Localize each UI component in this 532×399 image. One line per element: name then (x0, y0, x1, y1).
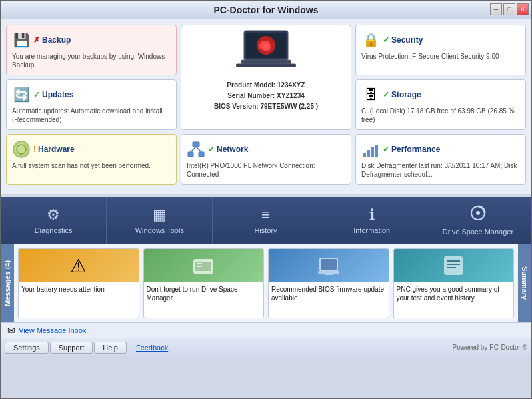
svg-rect-10 (199, 152, 204, 157)
updates-title: Updates (42, 90, 73, 99)
product-details: Product Model: 1234XYZ Serial Number: XY… (214, 80, 318, 112)
svg-rect-8 (193, 142, 199, 147)
updates-icon: 🔄 (12, 85, 31, 104)
windows-tools-icon: ▦ (153, 206, 167, 224)
battery-msg-image: ⚠ (19, 249, 139, 282)
tab-drive-space-label: Drive Space Manager (443, 228, 513, 236)
hardware-icon (12, 140, 31, 159)
network-title: Network (217, 145, 248, 154)
view-inbox-link[interactable]: View Message Inbox (19, 326, 86, 334)
storage-body: C: (Local Disk) 17.18 GB free of 63.98 G… (361, 107, 520, 124)
updates-card: 🔄 ✓ Updates Automatic updates: Automatic… (6, 79, 177, 130)
tab-history-label: History (254, 226, 277, 234)
battery-msg-text: Your battery needs attention (19, 282, 139, 296)
drive-space-msg-image (144, 249, 264, 282)
network-icon (187, 140, 205, 159)
bios-msg-text: Recommended BIOS firmware update availab… (269, 282, 389, 305)
tab-diagnostics[interactable]: ⚙ Diagnostics (1, 197, 107, 244)
svg-rect-9 (188, 152, 193, 157)
message-bios: Recommended BIOS firmware update availab… (268, 248, 389, 318)
product-info-card: Product Model: 1234XYZ Serial Number: XY… (181, 25, 351, 130)
security-status: ✓ (383, 35, 389, 45)
message-drive-space: Don't forget to run Drive Space Manager (143, 248, 265, 318)
inbox-area: ✉ View Message Inbox (1, 322, 531, 338)
svg-rect-4 (236, 64, 296, 67)
storage-title: Storage (391, 90, 421, 99)
title-bar: PC-Doctor for Windows ─ □ ✕ (1, 1, 531, 19)
app-title: PC-Doctor for Windows (214, 5, 319, 15)
performance-card: ✓ Performance Disk Defragmenter last run… (355, 134, 526, 185)
svg-rect-24 (321, 259, 337, 270)
svg-point-18 (476, 211, 480, 215)
performance-status: ✓ (383, 145, 389, 154)
serial-label: Serial Number: (227, 92, 275, 99)
help-button[interactable]: Help (94, 342, 127, 354)
svg-line-12 (196, 147, 201, 152)
svg-line-11 (191, 147, 196, 152)
svg-rect-27 (444, 256, 463, 275)
messages-cards: ⚠ Your battery needs attention Don't for… (14, 244, 518, 322)
backup-card: 💾 ✗ Backup You are managing your backups… (6, 25, 177, 75)
svg-rect-22 (197, 266, 202, 267)
history-icon: ≡ (261, 206, 270, 224)
main-content: 💾 ✗ Backup You are managing your backups… (1, 19, 531, 194)
security-card: 🔒 ✓ Security Virus Protection: F-Secure … (355, 25, 526, 75)
messages-section: Messages (4) ⚠ Your battery needs attent… (1, 244, 531, 322)
minimize-button[interactable]: ─ (490, 3, 502, 15)
performance-icon (361, 140, 380, 159)
bios-msg-image (269, 249, 389, 282)
messages-section-label: Messages (4) (1, 244, 14, 322)
svg-rect-26 (325, 274, 333, 275)
backup-icon: 💾 (12, 31, 31, 49)
serial-value: XYZ1234 (277, 92, 305, 99)
maximize-button[interactable]: □ (503, 3, 515, 15)
pnc-msg-image (394, 249, 514, 282)
pnc-msg-text: PNC gives you a good summary of your tes… (394, 282, 514, 305)
nav-tabs: ⚙ Diagnostics ▦ Windows Tools ≡ History … (1, 197, 531, 244)
storage-status: ✓ (383, 90, 389, 99)
svg-rect-25 (318, 271, 339, 274)
model-label: Product Model: (227, 81, 275, 89)
diagnostics-icon: ⚙ (47, 206, 60, 224)
hardware-body: A full system scan has not yet been perf… (12, 161, 171, 170)
drive-space-icon (470, 205, 486, 225)
bottom-bar: Settings Support Help Feedback Powered b… (1, 338, 531, 356)
powered-by-text: Powered by PC-Doctor ® (453, 344, 527, 351)
svg-rect-16 (375, 145, 378, 157)
network-body: Intel(R) PRO/1000 PL Network Connection:… (187, 161, 345, 179)
settings-button[interactable]: Settings (5, 342, 49, 354)
support-button[interactable]: Support (50, 342, 93, 354)
svg-rect-15 (371, 147, 374, 157)
cards-grid: 💾 ✗ Backup You are managing your backups… (6, 25, 526, 185)
message-pnc: PNC gives you a good summary of your tes… (393, 248, 515, 318)
performance-title: Performance (391, 145, 440, 154)
close-button[interactable]: ✕ (517, 3, 529, 15)
svg-rect-21 (197, 263, 202, 264)
information-icon: ℹ (369, 206, 375, 224)
updates-status: ✓ (33, 90, 40, 99)
backup-body: You are managing your backups by using: … (12, 52, 171, 69)
svg-rect-13 (363, 153, 366, 157)
svg-rect-3 (241, 60, 291, 64)
model-value: 1234XYZ (277, 81, 305, 89)
inbox-icon: ✉ (7, 325, 15, 336)
window-controls: ─ □ ✕ (490, 3, 529, 15)
svg-rect-14 (367, 150, 370, 157)
tab-windows-tools-label: Windows Tools (135, 226, 184, 234)
tab-diagnostics-label: Diagnostics (35, 226, 73, 234)
tab-windows-tools[interactable]: ▦ Windows Tools (107, 197, 213, 244)
svg-rect-30 (447, 267, 456, 268)
security-title: Security (391, 35, 423, 45)
tab-drive-space-manager[interactable]: Drive Space Manager (425, 197, 531, 244)
drive-space-msg-text: Don't forget to run Drive Space Manager (144, 282, 264, 305)
backup-title: Backup (42, 35, 71, 45)
summary-label: Summary (518, 244, 531, 322)
tab-history[interactable]: ≡ History (213, 197, 319, 244)
performance-body: Disk Defragmenter last run: 3/3/2011 10:… (361, 161, 520, 179)
hardware-title: Hardware (38, 145, 75, 154)
laptop-image (236, 29, 296, 77)
bios-label: BIOS Version: (214, 103, 259, 110)
network-status: ✓ (208, 145, 215, 154)
feedback-button[interactable]: Feedback (128, 342, 176, 353)
tab-information[interactable]: ℹ Information (319, 197, 425, 244)
